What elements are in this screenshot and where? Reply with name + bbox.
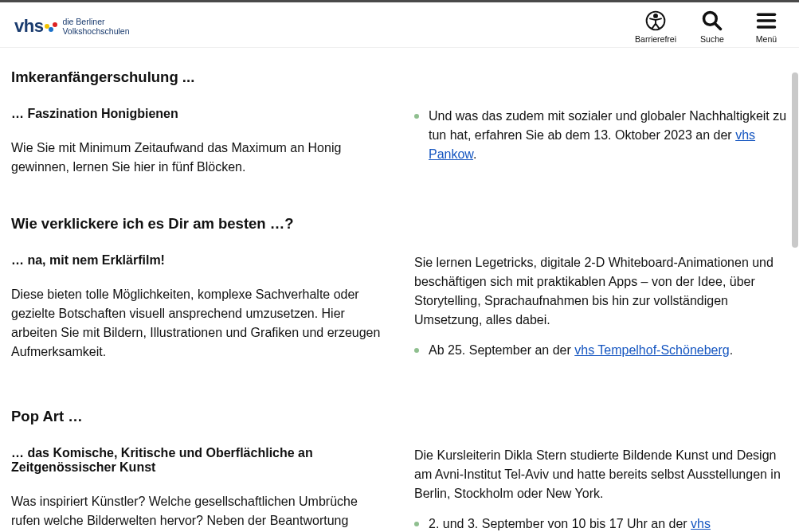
search-icon	[700, 9, 724, 33]
sub-heading: … na, mit nem Erklärfilm!	[11, 253, 386, 268]
col-right: Sie lernen Legetricks, digitale 2-D Whit…	[414, 253, 788, 370]
search-button[interactable]: Suche	[694, 9, 730, 44]
bullet-list: Und was das zudem mit sozialer und globa…	[414, 107, 788, 164]
vhs-link[interactable]: vhs Tempelhof-Schöneberg	[574, 343, 730, 357]
body-text: Die Kursleiterin Dikla Stern studierte B…	[414, 446, 788, 503]
body-text: Wie Sie mit Minimum Zeitaufwand das Maxi…	[11, 139, 386, 177]
list-item: Und was das zudem mit sozialer und globa…	[414, 107, 788, 164]
bullet-pre: Und was das zudem mit sozialer und globa…	[429, 109, 786, 142]
search-label: Suche	[700, 34, 724, 44]
list-item: Ab 25. September an der vhs Tempelhof-Sc…	[414, 341, 788, 360]
section-columns: … das Komische, Kritische und Oberflächl…	[11, 446, 788, 531]
sub-heading: … Faszination Honigbienen	[11, 107, 386, 121]
accessibility-icon	[644, 9, 668, 33]
section-erklaerfilm: Wie verklickere ich es Dir am besten …? …	[11, 215, 788, 370]
body-text: Diese bieten tolle Möglichkeiten, komple…	[11, 285, 386, 362]
accessibility-label: Barrierefrei	[635, 34, 676, 44]
main-content: Imkeranfängerschulung ... … Faszination …	[0, 48, 799, 531]
bullet-post: .	[730, 343, 733, 357]
section-heading: Imkeranfängerschulung ...	[11, 68, 788, 86]
bullet-list: 2. und 3. September von 10 bis 17 Uhr an…	[414, 514, 788, 531]
bullet-pre: 2. und 3. September von 10 bis 17 Uhr an…	[429, 517, 691, 530]
scrollbar-track[interactable]	[791, 49, 799, 532]
section-heading: Wie verklickere ich es Dir am besten …?	[11, 215, 788, 233]
section-columns: … na, mit nem Erklärfilm! Diese bieten t…	[11, 253, 788, 370]
menu-icon	[754, 9, 778, 33]
logo-text: vhs	[14, 16, 57, 37]
col-left: … Faszination Honigbienen Wie Sie mit Mi…	[11, 107, 386, 177]
col-right: Die Kursleiterin Dikla Stern studierte B…	[414, 446, 788, 531]
bullet-pre: Ab 25. September an der	[429, 343, 574, 357]
menu-button[interactable]: Menü	[748, 9, 785, 44]
scrollbar-thumb[interactable]	[792, 72, 798, 248]
logo-dots-icon	[45, 24, 57, 32]
logo-sub-line1: die Berliner	[62, 17, 104, 26]
body-text: Sie lernen Legetricks, digitale 2-D Whit…	[414, 253, 788, 330]
logo-word: vhs	[14, 16, 43, 37]
list-item: 2. und 3. September von 10 bis 17 Uhr an…	[414, 514, 788, 531]
svg-point-1	[654, 14, 657, 18]
sub-heading: … das Komische, Kritische und Oberflächl…	[11, 446, 386, 475]
col-left: … das Komische, Kritische und Oberflächl…	[11, 446, 386, 531]
accessibility-button[interactable]: Barrierefrei	[635, 9, 676, 44]
bullet-list: Ab 25. September an der vhs Tempelhof-Sc…	[414, 341, 788, 360]
logo-subtitle: die Berliner Volkshochschulen	[62, 17, 129, 36]
section-heading: Pop Art …	[11, 408, 788, 425]
logo-sub-line2: Volkshochschulen	[62, 26, 129, 36]
col-left: … na, mit nem Erklärfilm! Diese bieten t…	[11, 253, 386, 370]
section-imker: Imkeranfängerschulung ... … Faszination …	[11, 68, 788, 177]
header-actions: Barrierefrei Suche Menü	[635, 9, 785, 44]
section-columns: … Faszination Honigbienen Wie Sie mit Mi…	[11, 107, 788, 177]
menu-label: Menü	[756, 34, 777, 44]
section-popart: Pop Art … … das Komische, Kritische und …	[11, 408, 788, 531]
col-right: Und was das zudem mit sozialer und globa…	[414, 107, 788, 177]
bullet-post: .	[473, 147, 476, 161]
header: vhs die Berliner Volkshochschulen Barrie…	[0, 2, 799, 48]
body-text: Was inspiriert Künstler? Welche gesellsc…	[11, 492, 386, 531]
logo[interactable]: vhs die Berliner Volkshochschulen	[14, 16, 129, 37]
